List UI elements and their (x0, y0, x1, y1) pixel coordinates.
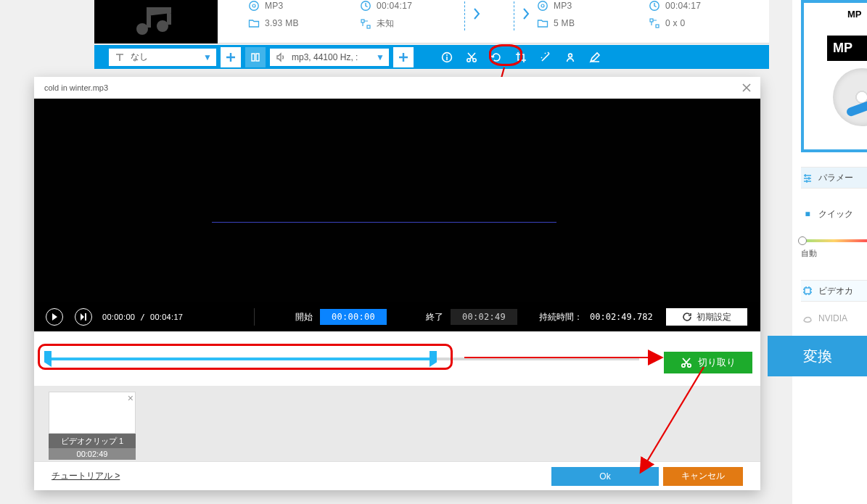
dst-dimensions: 0 x 0 (649, 17, 701, 29)
clock-icon (649, 0, 660, 12)
nvidia-icon (801, 312, 814, 325)
play-button[interactable] (46, 308, 63, 326)
source-file-row: MP3 3.93 MB 00:04:17 未知 (94, 0, 769, 44)
audio-dropdown[interactable]: mp3, 44100 Hz, : ▼ (270, 49, 389, 66)
clip-duration: 00:02:49 (49, 448, 136, 460)
chapter-button[interactable] (245, 47, 266, 67)
remove-clip-button[interactable]: × (128, 392, 133, 404)
add-audio-button[interactable] (393, 47, 414, 67)
clip-item[interactable]: × ビデオクリップ 1 00:02:49 (49, 392, 136, 460)
speaker-icon (276, 52, 286, 62)
svg-point-0 (136, 23, 148, 35)
dst-format: MP3 (537, 0, 575, 12)
dst-size: 5 MB (537, 17, 575, 29)
duration-value: 00:02:49.782 (590, 312, 653, 322)
svg-rect-19 (805, 288, 810, 294)
src-format: MP3 (248, 0, 299, 12)
duration-label: 持続時間： (539, 311, 583, 323)
svg-point-1 (157, 20, 168, 32)
svg-point-2 (250, 1, 258, 10)
dimensions-icon (649, 17, 660, 29)
start-label: 開始 (295, 311, 313, 323)
svg-point-18 (688, 364, 691, 367)
next-frame-button[interactable] (75, 308, 92, 326)
svg-rect-6 (367, 25, 370, 28)
playback-time: 00:00:00 / 00:04:17 (102, 313, 183, 322)
reset-button[interactable]: 初期設定 (666, 308, 747, 326)
clock-icon (360, 0, 371, 12)
folder-icon (537, 17, 548, 29)
format-icon (537, 0, 548, 12)
scissors-icon (681, 357, 692, 368)
disc-icon (833, 68, 867, 126)
svg-rect-10 (650, 19, 653, 22)
annotation-highlight (38, 344, 453, 370)
edit-button[interactable] (585, 47, 605, 67)
text-icon (115, 52, 125, 62)
subtitle-label: なし (131, 51, 148, 63)
end-label: 終了 (426, 311, 443, 323)
crop-button[interactable] (511, 47, 531, 67)
chevron-down-icon: ▼ (203, 52, 212, 62)
square-icon: ■ (801, 207, 814, 220)
format-badge: MP (827, 36, 867, 61)
rotate-button[interactable] (486, 47, 506, 67)
sliders-icon (801, 171, 814, 184)
dimensions-icon (360, 18, 371, 30)
dst-duration: 00:04:17 (649, 0, 701, 12)
subtitle-dropdown[interactable]: なし ▼ (109, 49, 216, 66)
info-button[interactable] (437, 47, 457, 67)
nvidia-row: NVIDIA (801, 307, 867, 329)
clips-strip: × ビデオクリップ 1 00:02:49 (34, 386, 760, 466)
svg-rect-11 (656, 25, 659, 28)
dialog-title: cold in winter.mp3 (34, 77, 760, 99)
cut-button[interactable] (461, 47, 482, 67)
svg-point-7 (538, 1, 547, 10)
svg-point-14 (467, 58, 470, 61)
effects-button[interactable] (535, 47, 556, 67)
playback-controls: 00:00:00 / 00:04:17 開始 終了 持続時間： 00:02:49… (34, 302, 760, 331)
format-icon (248, 0, 260, 12)
src-size: 3.93 MB (248, 17, 299, 29)
svg-point-17 (682, 364, 685, 367)
clip-thumbnail: × (49, 392, 136, 434)
right-panel: MP MP パラメー ■ クイック 自動 ビデオカ NVIDIA (792, 0, 867, 504)
folder-icon (248, 17, 260, 29)
clip-caption: ビデオクリップ 1 (49, 434, 136, 448)
tutorial-link[interactable]: チュートリアル > (52, 470, 120, 482)
audio-label: mp3, 44100 Hz, : (292, 52, 358, 62)
src-duration: 00:04:17 (360, 0, 412, 12)
parameter-tab[interactable]: パラメー (801, 167, 867, 189)
refresh-icon (682, 312, 692, 322)
quality-slider[interactable]: 自動 (801, 236, 867, 258)
chip-icon (801, 284, 814, 297)
src-dimensions: 未知 (360, 17, 412, 30)
start-time-input[interactable] (320, 309, 387, 325)
chevron-right-icon (522, 7, 531, 20)
svg-point-16 (569, 54, 572, 57)
end-time-input[interactable] (451, 309, 517, 325)
svg-point-15 (473, 58, 476, 61)
chevron-down-icon: ▼ (376, 52, 385, 62)
svg-point-8 (541, 4, 544, 7)
format-title: MP (847, 9, 862, 20)
ok-button[interactable]: Ok (551, 467, 659, 486)
source-thumbnail (94, 0, 218, 44)
quick-row[interactable]: ■ クイック (801, 203, 867, 225)
video-card-row[interactable]: ビデオカ (801, 280, 867, 302)
svg-point-13 (446, 54, 448, 56)
slider-label: 自動 (801, 248, 817, 259)
file-toolbar: なし ▼ mp3, 44100 Hz, : ▼ (94, 45, 769, 69)
output-format-card[interactable]: MP MP (801, 0, 867, 152)
convert-button[interactable]: 変換 (768, 336, 867, 376)
trim-dialog: cold in winter.mp3 00:00:00 / 00:04:17 開… (34, 77, 760, 490)
cancel-button[interactable]: キャンセル (663, 467, 743, 486)
apply-cut-button[interactable]: 切り取り (664, 352, 752, 373)
close-button[interactable] (740, 81, 753, 94)
watermark-button[interactable] (560, 47, 580, 67)
add-subtitle-button[interactable] (221, 47, 241, 67)
preview-area (34, 99, 760, 302)
chevron-right-icon (473, 7, 482, 20)
dialog-footer: チュートリアル > Ok キャンセル (34, 461, 760, 490)
svg-rect-5 (361, 20, 364, 22)
